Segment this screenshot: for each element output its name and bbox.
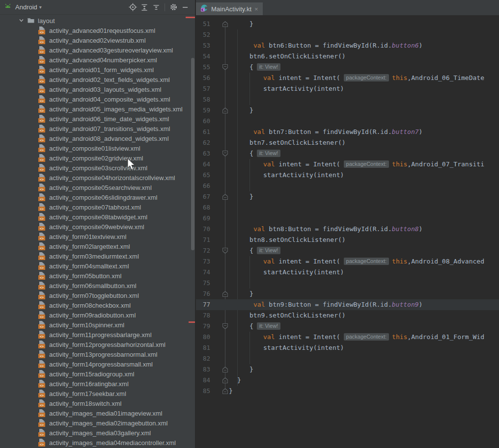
tree-item[interactable]: <> activity_form04smalltext.xml [0,261,195,271]
tree-item[interactable]: <> activity_android06_time_date_widgets.… [0,114,195,124]
code-line[interactable]: 65 startActivity(intent) [196,170,499,181]
fold-marker-icon[interactable] [222,151,228,157]
tab-label[interactable]: MainActivity.kt [211,5,251,13]
tab-mainactivity[interactable]: MainActivity.kt × [196,2,263,15]
fold-marker-icon[interactable] [222,291,228,297]
tree-item[interactable]: <> activity_composite02gridview.xml [0,153,195,163]
tree-item[interactable]: <> activity_form01textview.xml [0,232,195,241]
code-editor[interactable]: 51 } 52 53 val btn6:Button = findViewByI… [196,15,499,448]
code-line[interactable]: 54 btn6.setOnClickListener() [196,51,499,62]
fold-marker-icon[interactable] [222,248,228,254]
code-line[interactable]: 76 } [196,289,499,299]
tree-item[interactable]: <> activity_advanced02viewstrub.xml [0,35,195,45]
tree-item[interactable]: <> activity_composite06slidingdrawer.xml [0,192,195,202]
tree-folder-layout[interactable]: layout [0,16,195,26]
locate-icon[interactable] [127,1,139,13]
code-line[interactable]: 67 } [196,191,499,202]
fold-marker-icon[interactable] [222,323,228,329]
code-line[interactable]: 74 startActivity(intent) [196,267,499,278]
tree-item[interactable]: <> activity_form17seekbar.xml [0,389,195,398]
code-line[interactable]: 78 btn9.setOnClickListener() [196,310,499,321]
code-line[interactable]: 83 } [196,364,499,375]
line-number[interactable]: 75 [196,278,210,289]
fold-marker-icon[interactable] [222,367,228,372]
tree-item[interactable]: <> activity_composite08tabwidget.xml [0,212,195,222]
code-line[interactable]: 52 [196,29,499,40]
line-number[interactable]: 58 [196,94,210,105]
tree-item[interactable]: <> activity_composite07tabhost.xml [0,202,195,212]
tree-item[interactable]: <> activity_composite03scrollview.xml [0,163,195,173]
line-number[interactable]: 53 [196,40,210,51]
code-line[interactable]: 53 val btn6:Button = findViewById(R.id.b… [196,40,499,51]
tree-item[interactable]: <> activity_form15radiogroup.xml [0,369,195,379]
fold-marker-icon[interactable] [222,64,228,70]
line-number[interactable]: 71 [196,235,210,245]
tree-item[interactable]: <> activity_form07togglebutton.xml [0,290,195,300]
line-number[interactable]: 70 [196,224,210,235]
tree-item[interactable]: <> activity_composite05searchview.xml [0,183,195,192]
chevron-expanded-icon[interactable] [19,17,24,25]
tree-item[interactable]: <> activity_android05_images_media_widge… [0,104,195,114]
code-line[interactable]: 59 } [196,105,499,116]
tree-item[interactable]: <> activity_android08_advanced_widgets.x… [0,133,195,143]
tree-item[interactable]: <> activity_form03mediurmtext.xml [0,251,195,261]
code-line[interactable]: 71 btn8.setOnClickListener() [196,235,499,245]
line-number[interactable]: 54 [196,51,210,62]
code-line[interactable]: 56 val intent = Intent(packageContext:th… [196,73,499,83]
code-line[interactable]: 77 val btn9:Button = findViewById(R.id.b… [196,299,499,310]
fold-marker-icon[interactable] [222,377,228,383]
line-number[interactable]: 69 [196,213,210,224]
code-line[interactable]: 60 [196,116,499,127]
line-number[interactable]: 52 [196,29,210,40]
tree-item[interactable]: <> activity_form14progressbarsmall.xml [0,359,195,369]
tree-item[interactable]: <> activity_android04_composite_widgets.… [0,94,195,104]
tree-item[interactable]: <> activity_form05button.xml [0,271,195,281]
expand-all-icon[interactable] [150,1,162,13]
tree-item[interactable]: <> activity_android07_transitions_widget… [0,124,195,133]
tree-item[interactable]: <> activity_form18switch.xml [0,398,195,408]
line-number[interactable]: 72 [196,245,210,256]
code-line[interactable]: 55 {it: View! [196,62,499,73]
code-line[interactable]: 64 val intent = Intent(packageContext:th… [196,159,499,170]
tree-item[interactable]: <> activity_form06smallbutton.xml [0,281,195,290]
line-number[interactable]: 79 [196,321,210,332]
line-number[interactable]: 68 [196,202,210,213]
tree-item[interactable]: <> activity_form11progressbarlarge.xml [0,330,195,340]
line-number[interactable]: 62 [196,137,210,148]
tree-item[interactable]: <> activity_images_media04mediacontrolle… [0,438,195,448]
line-number[interactable]: 73 [196,256,210,267]
line-number[interactable]: 83 [196,364,210,375]
code-line[interactable]: 72 {it: View! [196,245,499,256]
code-line[interactable]: 62 btn7.setOnClickListener() [196,137,499,148]
hide-panel-icon[interactable] [179,1,191,13]
line-number[interactable]: 61 [196,127,210,137]
code-line[interactable]: 68 [196,202,499,213]
code-line[interactable]: 51 } [196,19,499,29]
line-number[interactable]: 74 [196,267,210,278]
code-line[interactable]: 81 startActivity(intent) [196,343,499,353]
line-number[interactable]: 76 [196,289,210,299]
tree-item[interactable]: <> activity_form08checkbox.xml [0,300,195,310]
tree-item[interactable]: <> activity_android01_form_widgets.xml [0,65,195,75]
line-number[interactable]: 80 [196,332,210,343]
code-line[interactable]: 84 } [196,375,499,386]
line-number[interactable]: 81 [196,343,210,353]
line-number[interactable]: 57 [196,83,210,94]
code-line[interactable]: 85 } [196,386,499,396]
code-line[interactable]: 79 {it: View! [196,321,499,332]
project-view-selector-label[interactable]: Android [15,3,37,11]
fold-marker-icon[interactable] [222,388,228,394]
tree-item[interactable]: <> activity_images_media02imagebutton.xm… [0,418,195,428]
line-number[interactable]: 82 [196,353,210,364]
tree-item[interactable]: <> activity_composite09webview.xml [0,222,195,232]
code-line[interactable]: 80 val intent = Intent(packageContext:th… [196,332,499,343]
line-number[interactable]: 67 [196,191,210,202]
code-line[interactable]: 69 [196,213,499,224]
line-number[interactable]: 84 [196,375,210,386]
tree-item[interactable]: <> activity_composite01listview.xml [0,143,195,153]
tree-item[interactable]: <> activity_form12progressbarhorizontal.… [0,340,195,349]
line-number[interactable]: 85 [196,386,210,396]
code-line[interactable]: 66 [196,181,499,191]
line-number[interactable]: 65 [196,170,210,181]
line-number[interactable]: 77 [196,299,210,310]
